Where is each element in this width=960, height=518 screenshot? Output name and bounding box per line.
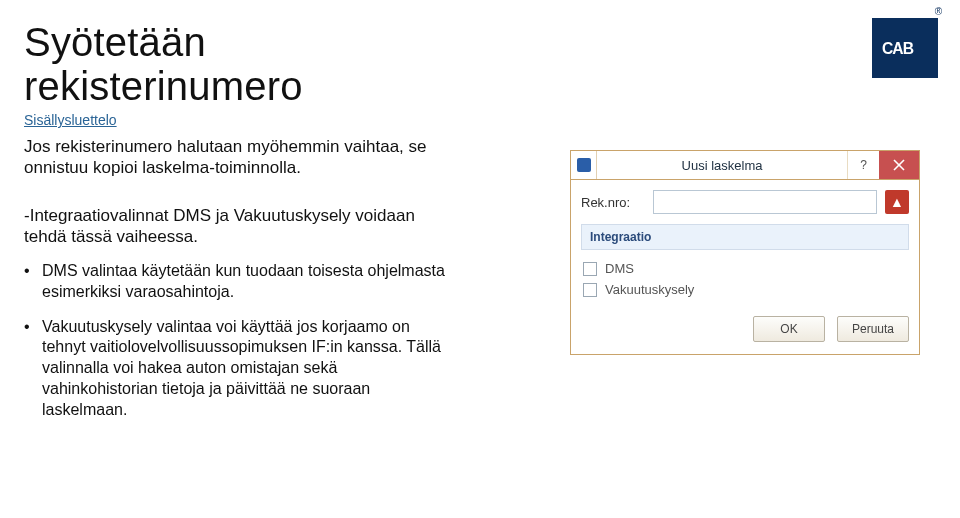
checkbox-icon [583, 283, 597, 297]
bullet-list: DMS valintaa käytetään kun tuodaan toise… [24, 261, 454, 421]
toc-link[interactable]: Sisällysluettelo [24, 112, 936, 128]
section-note: -Integraatiovalinnat DMS ja Vakuutuskyse… [24, 205, 444, 248]
vakuutuskysely-option-label: Vakuutuskysely [605, 282, 694, 297]
dms-checkbox-row[interactable]: DMS [581, 258, 909, 279]
integration-section-header: Integraatio [581, 224, 909, 250]
ok-button[interactable]: OK [753, 316, 825, 342]
svg-text:CAB: CAB [882, 40, 914, 57]
lead-paragraph: Jos rekisterinumero halutaan myöhemmin v… [24, 136, 444, 179]
app-icon [571, 151, 597, 179]
list-item: DMS valintaa käytetään kun tuodaan toise… [24, 261, 454, 303]
dialog-title: Uusi laskelma [597, 151, 847, 179]
vakuutuskysely-checkbox-row[interactable]: Vakuutuskysely [581, 279, 909, 300]
close-icon [893, 159, 905, 171]
help-button[interactable]: ? [847, 151, 879, 179]
reknro-input[interactable] [653, 190, 877, 214]
brand-logo: ® CAB [872, 18, 938, 78]
page-title-line2: rekisterinumero [24, 64, 303, 108]
alert-icon: ▲ [885, 190, 909, 214]
checkbox-icon [583, 262, 597, 276]
page-title-line1: Syötetään [24, 20, 206, 64]
close-button[interactable] [879, 151, 919, 179]
new-calculation-dialog: Uusi laskelma ? Rek.nro: ▲ Integraatio D… [570, 150, 920, 355]
list-item: Vakuutuskysely valintaa voi käyttää jos … [24, 317, 454, 421]
dms-option-label: DMS [605, 261, 634, 276]
dialog-titlebar: Uusi laskelma ? [570, 150, 920, 180]
reknro-label: Rek.nro: [581, 195, 653, 210]
cab-logo-icon: CAB [882, 34, 928, 62]
cancel-button[interactable]: Peruuta [837, 316, 909, 342]
registered-mark: ® [935, 6, 942, 17]
